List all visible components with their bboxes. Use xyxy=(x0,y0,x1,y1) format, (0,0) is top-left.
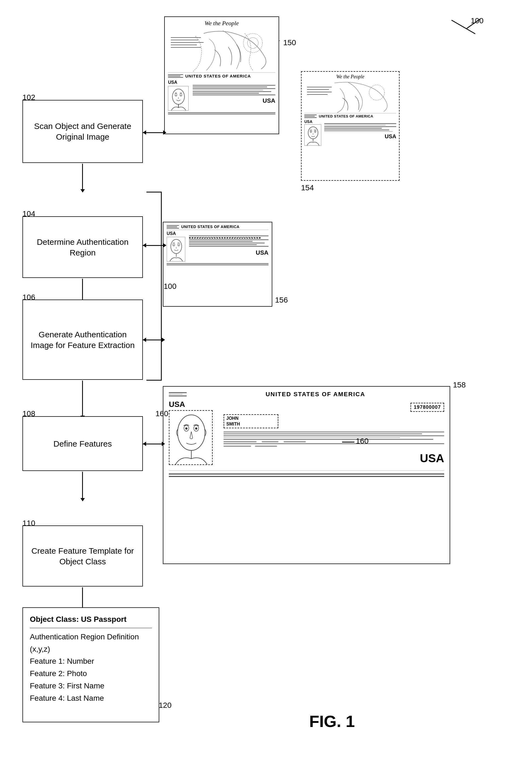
passport-156-usa-title: UNITED STATES OF AMERICA xyxy=(181,224,239,229)
passport-header-text: We the People xyxy=(168,20,275,27)
svg-point-26 xyxy=(171,239,182,253)
template-line-1: Object Class: US Passport xyxy=(30,613,152,628)
conn-106-156-arrowR xyxy=(162,338,165,342)
template-line-5: Feature 3: First Name xyxy=(30,680,152,692)
passport-usa-top: UNITED STATES OF AMERICA xyxy=(185,74,251,78)
ref-156: 156 xyxy=(275,296,288,305)
passport-158-photo-dashed xyxy=(169,410,213,465)
passport-158-number-field: 197800007 xyxy=(411,403,444,412)
arrow-106-108 xyxy=(82,381,83,416)
flow-box-108: Define Features xyxy=(22,416,143,471)
template-line-3: Feature 1: Number xyxy=(30,655,152,667)
passport-154-usa-right: USA xyxy=(324,133,396,140)
arrow-104-106 xyxy=(82,279,83,300)
passport-158-name-fields: JOHN SMITH xyxy=(224,414,278,428)
ref-150-line xyxy=(279,40,280,41)
passport-158-last-name: SMITH xyxy=(226,422,276,427)
svg-point-18 xyxy=(369,85,384,100)
flow-label-108: Define Features xyxy=(53,438,112,449)
brace-vertical xyxy=(161,192,162,381)
conn-108-158-arrowL xyxy=(143,442,146,446)
passport-154: We the People xyxy=(301,71,400,181)
fig-label: FIG. 1 xyxy=(309,712,355,731)
ref-150: 150 xyxy=(283,38,296,47)
diagram-container: 100 We the People xyxy=(0,0,532,776)
conn-104-154-arrowL xyxy=(143,243,146,247)
passport-154-art xyxy=(304,80,397,113)
ref-102: 102 xyxy=(22,93,35,102)
svg-point-30 xyxy=(179,245,179,246)
passport-154-usa-title: UNITED STATES OF AMERICA xyxy=(319,114,373,118)
svg-point-11 xyxy=(181,95,182,96)
svg-point-5 xyxy=(243,33,262,52)
ref-154: 154 xyxy=(301,183,314,192)
flow-box-106: Generate Authentication Image for Featur… xyxy=(22,300,143,380)
flow-box-102: Scan Object and Generate Original Image xyxy=(22,100,143,163)
conn-108-158-arrowR xyxy=(162,442,165,446)
svg-point-6 xyxy=(247,37,258,48)
passport-photo-face xyxy=(168,86,189,111)
brace-bottom xyxy=(147,380,162,381)
brace-top xyxy=(147,192,162,192)
svg-point-29 xyxy=(174,245,174,246)
passport-usa-label: USA xyxy=(168,80,190,85)
svg-point-10 xyxy=(176,95,177,96)
passport-156-usa-right: USA xyxy=(189,249,268,256)
passport-156-face xyxy=(167,237,185,261)
flow-box-104: Determine Authentication Region xyxy=(22,216,143,278)
passport-158: UNITED STATES OF AMERICA USA xyxy=(163,386,450,564)
conn-104-154-arrowR xyxy=(163,243,167,247)
svg-point-37 xyxy=(195,427,197,430)
svg-point-7 xyxy=(173,89,185,104)
ref-160a-dot xyxy=(163,414,164,415)
arrow-110-template xyxy=(82,587,83,608)
template-line-2: Authentication Region Definition (x,y,z) xyxy=(30,631,152,655)
passport-usa-right: USA xyxy=(193,97,275,104)
ref-120: 120 xyxy=(159,701,172,710)
svg-point-36 xyxy=(185,427,188,430)
passport-154-usa-label: USA xyxy=(304,120,322,124)
passport-154-face xyxy=(305,125,321,146)
arrow-108-110 xyxy=(82,472,83,499)
passport-158-face-large xyxy=(170,411,213,465)
template-line-6: Feature 4: Last Name xyxy=(30,692,152,705)
flow-label-102: Scan Object and Generate Original Image xyxy=(28,121,137,142)
ref-110: 110 xyxy=(22,519,35,528)
flow-label-106: Generate Authentication Image for Featur… xyxy=(28,329,137,351)
passport-158-usa-label: USA xyxy=(169,400,218,409)
ref-158: 158 xyxy=(453,381,466,389)
template-line-4: Feature 2: Photo xyxy=(30,667,152,680)
passport-156-usa-label: USA xyxy=(167,231,186,236)
flow-label-110: Create Feature Template for Object Class xyxy=(28,546,137,567)
flow-label-104: Determine Authentication Region xyxy=(28,237,137,258)
passport-154-header: We the People xyxy=(304,74,396,80)
conn-102-150-arrowR xyxy=(163,130,167,135)
svg-point-23 xyxy=(315,132,315,132)
conn-102-150-arrowL xyxy=(143,130,146,135)
ref-160b: 160 xyxy=(356,437,368,445)
passport-156: UNITED STATES OF AMERICA USA xyxy=(163,222,272,307)
flow-box-110: Create Feature Template for Object Class xyxy=(22,526,143,587)
conn-106-156-arrowL xyxy=(143,338,146,342)
passport-158-title: UNITED STATES OF AMERICA xyxy=(265,391,365,398)
arrow-102-104 xyxy=(82,164,83,190)
ref-160a: 160 xyxy=(156,409,168,418)
passport-150: We the People xyxy=(164,16,279,134)
ref-160b-line xyxy=(342,442,354,442)
ref-106: 106 xyxy=(22,293,35,302)
svg-point-33 xyxy=(178,415,205,450)
ref-104: 104 xyxy=(22,209,35,218)
passport-158-usa-right: USA xyxy=(224,452,444,465)
passport-158-first-name: JOHN xyxy=(226,416,276,421)
svg-point-19 xyxy=(308,127,318,139)
svg-point-22 xyxy=(311,132,311,132)
template-box-120: Object Class: US Passport Authentication… xyxy=(22,607,159,722)
ref-100-brace: 100 xyxy=(164,282,177,291)
ref-108: 108 xyxy=(22,409,35,418)
passport-background-art xyxy=(168,28,276,72)
